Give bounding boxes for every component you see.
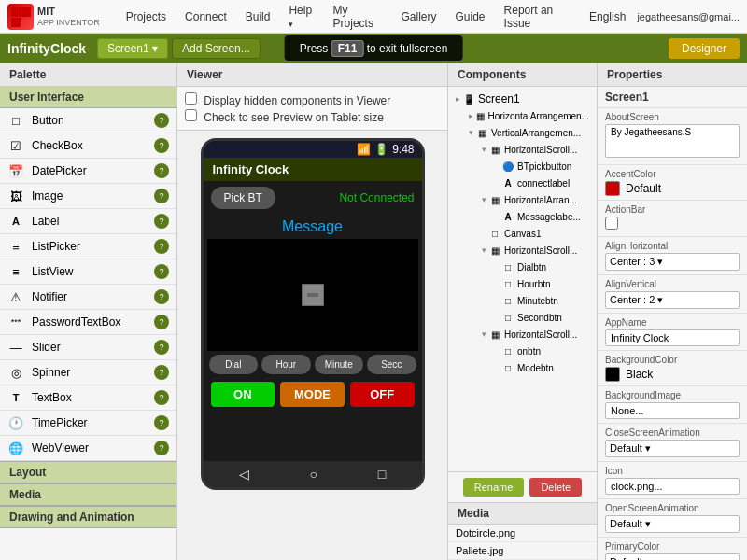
- backgroundimage-input[interactable]: [605, 402, 740, 419]
- image-help[interactable]: ?: [154, 189, 169, 203]
- listpicker-help[interactable]: ?: [154, 239, 169, 254]
- palette-item-timepicker[interactable]: 🕐 TimePicker ?: [0, 411, 176, 436]
- on-button[interactable]: ON: [211, 382, 275, 407]
- tree-item-minutebtn[interactable]: ▸ □ Minutebtn: [491, 292, 593, 309]
- checkbox-help[interactable]: ?: [154, 138, 169, 153]
- add-screen-button[interactable]: Add Screen...: [172, 38, 261, 59]
- palette-item-listview[interactable]: ≡ ListView ?: [0, 259, 176, 285]
- minute-button[interactable]: Minute: [315, 355, 364, 374]
- palette-section-layout[interactable]: Layout: [0, 461, 176, 483]
- tree-item-harray1[interactable]: ▾ ▦ HorizontalArran...: [478, 191, 593, 208]
- closescreenanimation-value[interactable]: Default ▾: [605, 440, 740, 457]
- backgroundcolor-swatch[interactable]: Black: [605, 367, 740, 382]
- nav-projects[interactable]: Projects: [119, 7, 174, 27]
- nav-gallery[interactable]: Gallery: [394, 7, 444, 27]
- palette-item-label[interactable]: A Label ?: [0, 209, 176, 234]
- textbox-help[interactable]: ?: [154, 390, 169, 405]
- prop-backgroundimage: BackgroundImage: [598, 386, 747, 424]
- palette-item-webviewer[interactable]: 🌐 WebViewer ?: [0, 436, 176, 461]
- tree-item-hscroll1[interactable]: ▾ ▦ HorizontalScroll...: [478, 141, 593, 158]
- image-label: Image: [32, 189, 154, 203]
- tree-item-hscroll3[interactable]: ▾ ▦ HorizontalScroll...: [478, 326, 593, 343]
- timepicker-label: TimePicker: [32, 416, 154, 429]
- appname-input[interactable]: [605, 329, 740, 346]
- palette-item-listpicker[interactable]: ≡ ListPicker ?: [0, 234, 176, 259]
- media-item-dotcircle[interactable]: Dotcircle.png: [448, 525, 597, 542]
- dial-button[interactable]: Dial: [209, 355, 259, 374]
- datepicker-help[interactable]: ?: [154, 163, 169, 178]
- minutebtn-label: Minutebtn: [517, 296, 558, 306]
- palette-section-media[interactable]: Media: [0, 483, 176, 506]
- nav-help[interactable]: Help: [281, 0, 321, 34]
- spinner-help[interactable]: ?: [154, 365, 169, 380]
- palette-item-notifier[interactable]: ⚠ Notifier ?: [0, 285, 176, 310]
- nav-language[interactable]: English: [582, 7, 633, 27]
- palette-item-checkbox[interactable]: ☑ CheckBox ?: [0, 133, 176, 159]
- nav-report[interactable]: Report an Issue: [497, 0, 578, 34]
- tree-item-horiz1[interactable]: ▸ ▦ HorizontalArrangemen...: [465, 107, 593, 124]
- textbox-icon: T: [7, 389, 24, 406]
- primarycolor-value[interactable]: Default ▾: [605, 553, 740, 560]
- alignvertical-value[interactable]: Center : 2 ▾: [605, 291, 740, 309]
- palette-item-datepicker[interactable]: 📅 DatePicker ?: [0, 159, 176, 184]
- tree-item-modebtn[interactable]: ▸ □ Modebtn: [491, 359, 593, 376]
- media-item-pallete[interactable]: Pallete.jpg: [448, 542, 597, 560]
- tree-item-msglabel[interactable]: ▸ A Messagelabe...: [491, 208, 593, 225]
- main-area: Palette User Interface □ Button ? ☑ Chec…: [0, 63, 747, 560]
- screen-selector[interactable]: Screen1 ▾: [97, 38, 168, 59]
- tree-item-connectlabel[interactable]: ▸ A connectlabel: [491, 175, 593, 191]
- alignhorizontal-value[interactable]: Center : 3 ▾: [605, 253, 740, 271]
- notifier-help[interactable]: ?: [154, 289, 169, 304]
- slider-help[interactable]: ?: [154, 340, 169, 355]
- palette-item-passwordtextbox[interactable]: *** PasswordTextBox ?: [0, 310, 176, 335]
- mode-button[interactable]: MODE: [280, 382, 345, 407]
- tree-item-btpick[interactable]: ▸ 🔵 BTpickbutton: [491, 158, 593, 175]
- palette-item-spinner[interactable]: ◎ Spinner ?: [0, 360, 176, 385]
- hscroll2-icon: ▦: [488, 244, 501, 257]
- aboutscreen-value[interactable]: By Jegatheesans.S: [605, 124, 740, 158]
- actionbar-checkbox[interactable]: [605, 217, 618, 230]
- listpicker-label: ListPicker: [32, 240, 154, 253]
- timepicker-help[interactable]: ?: [154, 415, 169, 430]
- phone-back-button[interactable]: ◁: [239, 467, 249, 482]
- nav-guide[interactable]: Guide: [448, 7, 493, 27]
- delete-button[interactable]: Delete: [529, 478, 582, 497]
- passwordtextbox-icon: ***: [7, 314, 24, 330]
- listview-help[interactable]: ?: [154, 264, 169, 279]
- pick-bt-button[interactable]: Pick BT: [211, 187, 275, 209]
- tree-item-canvas1[interactable]: ▸ □ Canvas1: [478, 225, 593, 242]
- palette-item-button[interactable]: □ Button ?: [0, 108, 176, 133]
- button-help[interactable]: ?: [154, 113, 169, 128]
- phone-recent-button[interactable]: □: [378, 467, 386, 482]
- tablet-preview-checkbox[interactable]: [185, 109, 197, 121]
- palette-section-drawing[interactable]: Drawing and Animation: [0, 506, 176, 528]
- tree-item-screen1[interactable]: ▸ 📱 Screen1: [452, 91, 593, 107]
- off-button[interactable]: OFF: [350, 382, 415, 407]
- palette-item-slider[interactable]: — Slider ?: [0, 335, 176, 360]
- tree-item-hscroll2[interactable]: ▾ ▦ HorizontalScroll...: [478, 242, 593, 259]
- palette-item-image[interactable]: 🖼 Image ?: [0, 184, 176, 209]
- tree-item-dialbtn[interactable]: ▸ □ Dialbtn: [491, 259, 593, 275]
- hour-button[interactable]: Hour: [261, 355, 311, 374]
- tree-item-onbtn[interactable]: ▸ □ onbtn: [491, 343, 593, 359]
- icon-prop-input[interactable]: [605, 478, 740, 495]
- openscreenanimation-value[interactable]: Default ▾: [605, 515, 740, 533]
- second-button[interactable]: Secc: [367, 355, 416, 374]
- designer-button[interactable]: Designer: [669, 38, 740, 59]
- rename-button[interactable]: Rename: [463, 478, 525, 497]
- alignhorizontal-label: AlignHorizontal: [605, 241, 740, 251]
- nav-build[interactable]: Build: [238, 7, 278, 27]
- phone-home-button[interactable]: ○: [310, 467, 317, 482]
- nav-myprojects[interactable]: My Projects: [326, 0, 390, 34]
- label-help[interactable]: ?: [154, 214, 169, 229]
- tree-item-secondbtn[interactable]: ▸ □ Secondbtn: [491, 309, 593, 326]
- palette-item-textbox[interactable]: T TextBox ?: [0, 385, 176, 411]
- hidden-components-checkbox[interactable]: [185, 92, 197, 105]
- passwordtextbox-help[interactable]: ?: [154, 315, 169, 329]
- tree-item-vert1[interactable]: ▾ ▦ VerticalArrangemen...: [465, 124, 593, 141]
- nav-connect[interactable]: Connect: [177, 7, 234, 27]
- accentcolor-swatch[interactable]: Default: [605, 181, 740, 196]
- webviewer-help[interactable]: ?: [154, 441, 169, 455]
- viewer-header: Viewer: [177, 63, 447, 87]
- tree-item-hourbtn[interactable]: ▸ □ Hourbtn: [491, 275, 593, 292]
